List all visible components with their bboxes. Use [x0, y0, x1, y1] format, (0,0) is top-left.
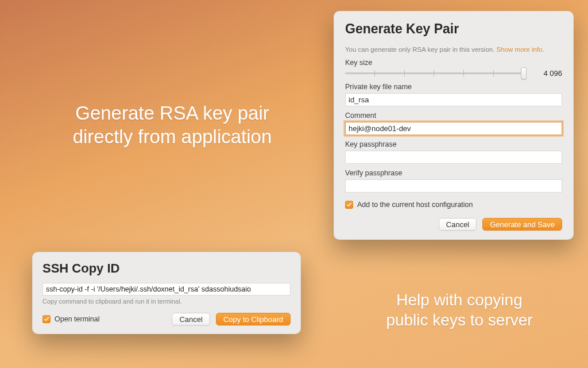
open-terminal-label: Open terminal	[55, 315, 100, 323]
checkmark-icon	[44, 316, 49, 322]
passphrase-input[interactable]	[345, 151, 562, 164]
help-text: Copy command to clipboard and run it in …	[42, 298, 291, 305]
dialog-title: SSH Copy ID	[42, 261, 291, 276]
headline-generate: Generate RSA key pair directly from appl…	[40, 101, 304, 149]
dialog-title: Generate Key Pair	[345, 21, 562, 37]
checkmark-icon	[346, 202, 352, 208]
passphrase-label: Key passphrase	[345, 140, 562, 148]
slider-thumb[interactable]	[521, 67, 527, 79]
ssh-command-input[interactable]	[42, 283, 291, 296]
ssh-copy-id-dialog: SSH Copy ID Copy command to clipboard an…	[32, 252, 301, 334]
open-terminal-checkbox[interactable]	[42, 315, 51, 323]
generate-key-pair-dialog: Generate Key Pair You can generate only …	[334, 11, 574, 240]
comment-label: Comment	[345, 112, 562, 120]
private-key-label: Private key file name	[345, 83, 562, 91]
cancel-button[interactable]: Cancel	[439, 218, 477, 231]
copy-to-clipboard-button[interactable]: Copy to Clipboard	[216, 313, 291, 325]
generate-and-save-button[interactable]: Generate and Save	[482, 218, 562, 231]
comment-input[interactable]	[345, 122, 562, 135]
cancel-button[interactable]: Cancel	[172, 313, 210, 325]
verify-passphrase-input[interactable]	[345, 179, 562, 193]
show-more-info-link[interactable]: Show more info.	[497, 46, 544, 53]
headline-copy: Help with copying public keys to server	[345, 290, 574, 330]
add-to-host-checkbox[interactable]	[345, 201, 353, 209]
private-key-input[interactable]	[345, 93, 562, 106]
key-size-slider[interactable]	[345, 72, 525, 74]
verify-passphrase-label: Verify passphrase	[345, 169, 562, 177]
add-to-host-label: Add to the current host configuration	[357, 201, 473, 209]
dialog-subtext: You can generate only RSA key pair in th…	[345, 46, 562, 53]
key-size-value: 4 096	[532, 69, 562, 78]
key-size-label: Key size	[345, 59, 562, 67]
